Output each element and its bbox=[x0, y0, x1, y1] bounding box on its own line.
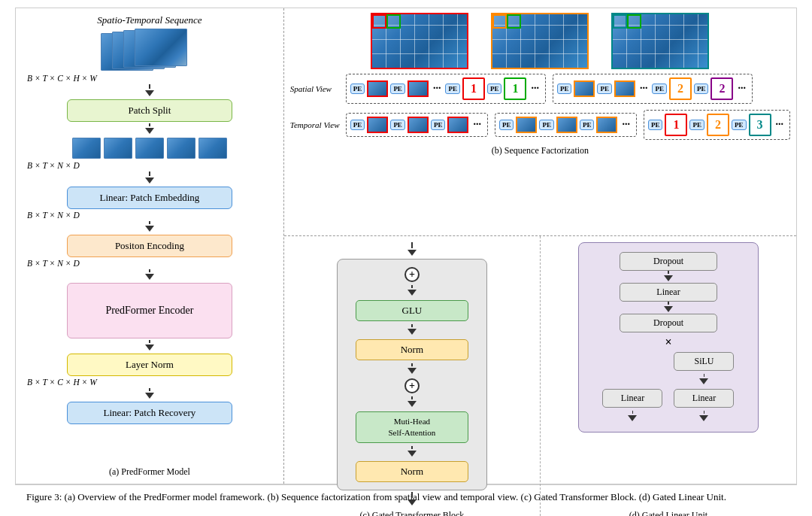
spatial-group-2: PE PE ··· PE 2 PE 2 ··· bbox=[553, 74, 753, 104]
dots-t2: ··· bbox=[620, 119, 632, 131]
gtb-a1 bbox=[408, 285, 417, 297]
seq-fact-caption: (b) Sequence Factorization bbox=[290, 145, 790, 156]
top-strip bbox=[290, 13, 790, 69]
num-s1-1: 1 bbox=[462, 77, 485, 100]
gtb-a5 bbox=[408, 446, 417, 458]
arrow-6 bbox=[145, 340, 154, 352]
temporal-group-1: PE PE PE ··· bbox=[346, 113, 488, 137]
main-container: Spatio-Temporal Sequence B × T × C × H ×… bbox=[0, 0, 812, 516]
sf-3 bbox=[135, 138, 164, 159]
pe-t2-1: PE bbox=[499, 120, 514, 130]
dim-label-1: B × T × C × H × W bbox=[23, 74, 97, 83]
glu-al1 bbox=[628, 411, 637, 423]
silu-box: SiLU bbox=[674, 352, 734, 371]
thumb-t1-3 bbox=[447, 117, 468, 133]
pe-t1-3: PE bbox=[431, 120, 446, 130]
norm1-box: Norm bbox=[356, 339, 468, 360]
arrow-2 bbox=[145, 123, 154, 135]
pe-t1-1: PE bbox=[350, 120, 365, 130]
pe-s2-4: PE bbox=[694, 83, 709, 94]
norm2-box: Norm bbox=[356, 461, 468, 482]
dots-t1: ··· bbox=[471, 119, 483, 131]
dim-label-5: B × T × C × H × W bbox=[23, 378, 97, 387]
gtb-box: + GLU Norm bbox=[337, 259, 487, 490]
thumb-s1-2 bbox=[408, 80, 429, 97]
num-s2-1: 2 bbox=[669, 77, 692, 100]
temporal-view-row: Temporal View PE PE PE ··· PE bbox=[290, 110, 790, 140]
col-right: SiLU Linear bbox=[674, 352, 734, 423]
dim-label-4: B × T × N × D bbox=[23, 259, 80, 268]
arrow-4 bbox=[145, 221, 154, 233]
thumb-s1-1 bbox=[367, 80, 388, 97]
right-bottom: + GLU Norm bbox=[284, 236, 796, 516]
linear-patch-recovery-box: Linear: Patch Recovery bbox=[67, 402, 232, 424]
gtb-a3 bbox=[408, 363, 417, 375]
linear-top-box: Linear bbox=[620, 283, 717, 302]
dots-s2: ··· bbox=[638, 83, 650, 95]
pe-s1-4: PE bbox=[487, 83, 502, 94]
layer-norm-box: Layer Norm bbox=[67, 354, 232, 376]
thumb-t2-3 bbox=[596, 117, 617, 133]
pe-s2-2: PE bbox=[597, 83, 612, 94]
spatial-group-1: PE PE ··· PE 1 PE 1 ··· bbox=[346, 74, 546, 104]
left-panel: Spatio-Temporal Sequence B × T × C × H ×… bbox=[16, 8, 284, 484]
dropout1-box: Dropout bbox=[620, 252, 717, 271]
arrow-5 bbox=[145, 269, 154, 281]
glu-ar2 bbox=[699, 411, 708, 423]
thumb-s2-2 bbox=[614, 80, 635, 97]
pe-s1-2: PE bbox=[390, 83, 405, 94]
gtb-panel: + GLU Norm bbox=[284, 236, 541, 516]
temporal-view-label: Temporal View bbox=[290, 120, 343, 129]
num-t3-3: 3 bbox=[749, 114, 771, 136]
plus-circle-bot: + bbox=[404, 378, 420, 393]
sf-2 bbox=[104, 138, 132, 159]
map-3 bbox=[611, 13, 709, 69]
arrow-3 bbox=[145, 171, 154, 185]
pe-s1-1: PE bbox=[350, 83, 365, 94]
times-symbol: × bbox=[665, 335, 671, 349]
pe-t2-2: PE bbox=[539, 120, 554, 130]
temporal-group-3: PE 1 PE 2 PE 3 ··· bbox=[644, 110, 790, 140]
map-2 bbox=[491, 13, 589, 69]
map-1 bbox=[371, 13, 468, 69]
glu-a1 bbox=[664, 271, 673, 283]
linear-patch-embed-box: Linear: Patch Embedding bbox=[67, 187, 232, 209]
pe-s2-3: PE bbox=[652, 83, 667, 94]
right-panel: Spatial View PE PE ··· PE 1 PE 1 ··· bbox=[284, 8, 796, 484]
spatial-view-label: Spatial View bbox=[290, 84, 343, 93]
dots-t3: ··· bbox=[774, 119, 786, 131]
glu-a2 bbox=[664, 302, 673, 314]
pe-t2-3: PE bbox=[580, 120, 595, 130]
dots-s1-2: ··· bbox=[529, 83, 541, 95]
pe-t3-2: PE bbox=[689, 120, 704, 130]
patch-split-box: Patch Split bbox=[67, 99, 232, 122]
diagram-area: Spatio-Temporal Sequence B × T × C × H ×… bbox=[15, 8, 797, 484]
plus-circle-top: + bbox=[404, 267, 420, 282]
num-t3-2: 2 bbox=[707, 114, 729, 136]
gtb-arrow-bot bbox=[408, 492, 417, 507]
mhsa-box: Muti-Head Self-Attention bbox=[356, 411, 468, 443]
thumb-t2-2 bbox=[556, 117, 577, 133]
glu-ar1 bbox=[699, 374, 708, 386]
dim-label-3: B × T × N × D bbox=[23, 211, 80, 220]
pe-s2-1: PE bbox=[557, 83, 572, 94]
pe-t3-3: PE bbox=[732, 120, 747, 130]
num-s1-2: 1 bbox=[504, 77, 526, 100]
num-s2-2: 2 bbox=[710, 77, 733, 100]
predformer-encoder-box: PredFormer Encoder bbox=[67, 283, 232, 338]
thumb-t2-1 bbox=[516, 117, 537, 133]
dropout2-box: Dropout bbox=[620, 314, 717, 332]
grid-map-1 bbox=[371, 13, 468, 69]
dim-label-2: B × T × N × D bbox=[23, 161, 80, 170]
thumb-t1-1 bbox=[367, 117, 388, 133]
dots-s1: ··· bbox=[431, 83, 444, 95]
pe-t3-1: PE bbox=[648, 120, 663, 130]
gtb-arrow-top bbox=[408, 242, 417, 257]
thumb-t1-2 bbox=[408, 117, 429, 133]
linear-left-box: Linear bbox=[602, 389, 662, 408]
grid-map-2 bbox=[491, 13, 589, 69]
gtb-a2 bbox=[408, 324, 417, 336]
arrow-1 bbox=[145, 84, 154, 98]
col-left: Linear bbox=[602, 389, 662, 423]
arrow-7 bbox=[145, 388, 154, 400]
